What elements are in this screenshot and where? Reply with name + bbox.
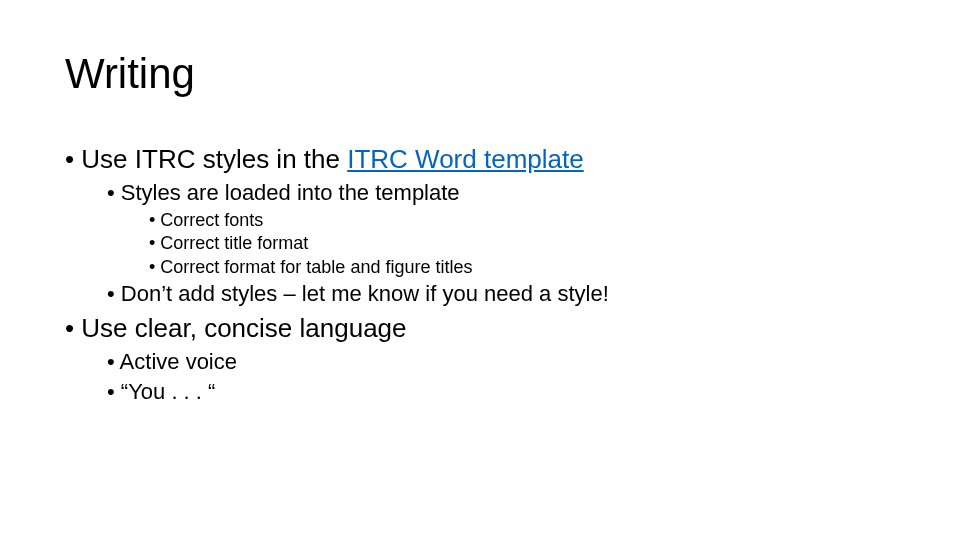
list-item: “You . . . “ <box>107 378 895 407</box>
list-item: Correct fonts <box>149 209 895 232</box>
text-run: Active voice <box>120 349 237 374</box>
bullet-list: Styles are loaded into the template Corr… <box>107 179 895 309</box>
list-item: Correct title format <box>149 232 895 255</box>
text-run: “You . . . “ <box>121 379 216 404</box>
list-item: Correct format for table and figure titl… <box>149 256 895 279</box>
list-item: Styles are loaded into the template Corr… <box>107 179 895 278</box>
bullet-list: Correct fonts Correct title format Corre… <box>149 209 895 279</box>
text-run: Don’t add styles – let me know if you ne… <box>121 281 609 306</box>
list-item: Use ITRC styles in the ITRC Word templat… <box>65 142 895 309</box>
list-item: Don’t add styles – let me know if you ne… <box>107 280 895 309</box>
text-run: Correct title format <box>160 233 308 253</box>
bullet-list: Active voice “You . . . “ <box>107 348 895 407</box>
list-item: Active voice <box>107 348 895 377</box>
slide: Writing Use ITRC styles in the ITRC Word… <box>0 0 960 540</box>
text-run: Correct fonts <box>160 210 263 230</box>
hyperlink-itrc-template[interactable]: ITRC Word template <box>347 144 583 174</box>
bullet-list: Use ITRC styles in the ITRC Word templat… <box>65 142 895 407</box>
text-run: Styles are loaded into the template <box>121 180 460 205</box>
text-run: Use ITRC styles in the <box>81 144 347 174</box>
text-run: Use clear, concise language <box>81 313 406 343</box>
slide-title: Writing <box>65 50 195 98</box>
text-run: Correct format for table and figure titl… <box>160 257 472 277</box>
list-item: Use clear, concise language Active voice… <box>65 311 895 407</box>
slide-body: Use ITRC styles in the ITRC Word templat… <box>65 140 895 407</box>
